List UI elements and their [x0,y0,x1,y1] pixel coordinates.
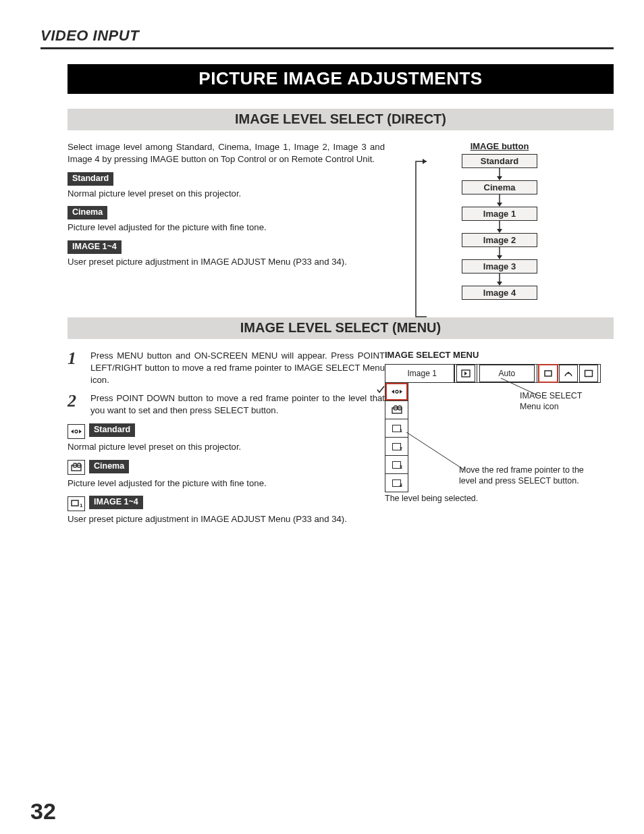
svg-marker-11 [71,429,74,434]
checkmark-icon [377,385,385,394]
step-text-2: Press POINT DOWN button to move a red fr… [90,392,385,417]
svg-line-30 [501,378,539,396]
arrow-down-icon [432,247,567,259]
svg-marker-2 [497,176,502,180]
badge-image14-2: IMAGE 1~4 [89,496,143,509]
svg-marker-24 [392,390,394,394]
svg-marker-4 [497,203,502,207]
flow-item: Image 2 [462,233,537,247]
svg-marker-13 [79,429,82,434]
flow-item: Image 3 [462,259,537,273]
svg-marker-8 [497,255,502,259]
annotation-pointer: Move the red frame pointer to the level … [459,465,601,487]
step-number-2: 2 [68,392,90,410]
image1-icon: 1 [68,496,85,511]
desc-cinema-2: Picture level adjusted for the picture w… [68,477,385,490]
svg-marker-10 [497,282,502,286]
desc-cinema: Picture level adjusted for the picture w… [68,221,385,234]
adjust-icon [559,365,578,382]
flow-recirculation-line [414,155,439,330]
badge-image14: IMAGE 1~4 [68,240,122,254]
badge-standard: Standard [68,172,113,186]
standard-icon [68,424,85,439]
svg-line-31 [406,432,464,470]
step-number-1: 1 [68,350,90,367]
svg-rect-17 [72,500,78,506]
arrow-down-icon [432,168,567,180]
side-image4-icon: 4 [385,473,408,492]
svg-marker-26 [400,390,402,394]
flow-item: Cinema [462,180,537,194]
intro-paragraph: Select image level among Standard, Cinem… [68,141,385,165]
side-cinema-icon [385,400,408,419]
menu-caption: The level being selected. [385,494,601,503]
flow-item: Image 4 [462,286,537,300]
svg-text:1: 1 [80,502,83,509]
page-title-banner: PICTURE IMAGE ADJUSTMENTS [68,64,614,94]
section-header: VIDEO INPUT [41,27,614,47]
annotation-menu-icon: IMAGE SELECT Menu icon [520,390,601,413]
svg-marker-0 [423,159,427,164]
page-number: 32 [30,798,56,825]
svg-point-22 [568,372,570,374]
image-select-menu-icon [539,365,558,382]
svg-rect-23 [585,371,593,377]
cinema-icon [68,460,85,475]
side-standard-icon [385,383,408,400]
desc-standard-2: Normal picture level preset on this proj… [68,441,385,453]
badge-cinema-2: Cinema [89,460,129,473]
flow-item: Image 1 [462,207,537,221]
svg-marker-20 [464,371,467,375]
arrow-down-icon [432,221,567,233]
menu-heading: IMAGE SELECT MENU [385,350,601,360]
subsection-menu: IMAGE LEVEL SELECT (MENU) [68,317,614,339]
svg-marker-6 [497,229,502,233]
menu-selected-name: Image 1 [387,365,453,382]
source-icon [456,365,475,382]
desc-image14-2: User preset picture adjustment in IMAGE … [68,513,385,525]
menu-bar: Image 1 Auto [385,364,601,383]
svg-rect-21 [545,371,552,376]
desc-standard: Normal picture level preset on this proj… [68,188,385,200]
flow-item: Standard [462,154,537,168]
svg-point-12 [75,430,78,433]
badge-standard-2: Standard [89,423,135,437]
screen-icon [579,365,598,382]
desc-image14: User preset picture adjustment in IMAGE … [68,256,385,268]
subsection-direct: IMAGE LEVEL SELECT (DIRECT) [68,109,614,130]
badge-cinema: Cinema [68,206,107,219]
flow-title: IMAGE button [432,141,567,151]
step-text-1: Press MENU button and ON-SCREEN MENU wil… [90,350,385,386]
arrow-down-icon [432,273,567,286]
svg-point-25 [396,390,398,393]
arrow-down-icon [432,194,567,207]
section-rule [41,47,614,49]
